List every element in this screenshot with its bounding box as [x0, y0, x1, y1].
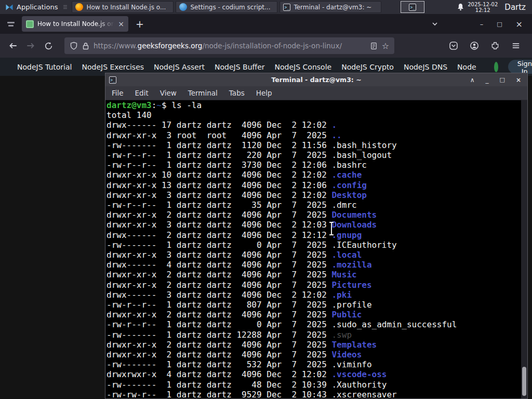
menu-hamburger-icon[interactable] — [511, 41, 521, 50]
terminal-line: -rw-rw-r-- 1 dartz dartz 9529 Dec 2 10:4… — [107, 390, 527, 398]
workspace-pager[interactable]: >_ — [401, 1, 424, 13]
shade-icon[interactable]: ∧ — [470, 76, 475, 84]
nav-link[interactable]: NodeJS Exercises — [82, 63, 144, 71]
terminal-line: drwx------ 3 dartz dartz 4096 Dec 2 12:0… — [107, 290, 527, 300]
terminal-line: drwxr-xr-x 2 dartz dartz 4096 Apr 7 2025… — [107, 280, 527, 290]
terminal-line: drwxrwxr-x 4 dartz dartz 4096 Dec 2 12:0… — [107, 369, 527, 379]
firefox-view-icon[interactable] — [4, 17, 18, 31]
terminal-line: -rw-r--r-- 1 dartz dartz 220 Apr 7 2025 … — [107, 150, 527, 160]
terminal-line: drwx------ 2 dartz dartz 4096 Dec 2 12:1… — [107, 230, 527, 240]
new-tab-button[interactable]: + — [132, 18, 147, 30]
applications-label: Applications — [17, 3, 58, 11]
reader-view-icon[interactable] — [370, 42, 378, 50]
terminal-line: -rw------- 1 dartz dartz 1120 Dec 2 11:5… — [107, 140, 527, 150]
mouse-cursor-ibeam — [328, 222, 335, 235]
bookmark-star-icon[interactable]: ☆ — [382, 41, 389, 51]
shield-icon[interactable] — [70, 42, 78, 50]
list-all-tabs-icon[interactable] — [431, 20, 438, 28]
window-controls: – □ × — [431, 19, 528, 29]
nav-link[interactable]: NodeJS Assert — [154, 63, 205, 71]
url-host: geeksforgeeks.org — [138, 42, 203, 50]
extensions-icon[interactable] — [490, 41, 500, 50]
tab-close-icon[interactable]: × — [118, 20, 124, 28]
panel-user-label[interactable]: Dartz — [504, 3, 526, 12]
geeksforgeeks-favicon — [26, 20, 34, 28]
terminal-menu-tabs[interactable]: Tabs — [229, 89, 245, 97]
taskbar-window-title: Terminal - dartz@vm3: ~ — [294, 4, 371, 11]
back-icon — [8, 41, 18, 50]
url-path: /node-js/installation-of-node-js-on-linu… — [202, 42, 342, 50]
nav-link[interactable]: NodeJS DNS — [404, 63, 447, 71]
taskbar-window-title: Settings - codium script... — [190, 4, 270, 11]
terminal-scrollbar-thumb[interactable] — [522, 367, 526, 396]
applications-menu-button[interactable]: Applications — [3, 0, 60, 14]
terminal-menu-terminal[interactable]: Terminal — [188, 89, 218, 97]
taskbar-window-button[interactable]: Settings - codium script... — [176, 1, 277, 13]
applications-icon — [5, 3, 14, 11]
terminal-line: -rw------- 1 dartz dartz 0 Apr 7 2025 .I… — [107, 240, 527, 250]
terminal-title-bar[interactable]: >_ Terminal - dartz@vm3: ~ ∧ _ □ × — [105, 73, 527, 86]
notification-bell-icon[interactable] — [456, 3, 465, 11]
back-button[interactable] — [5, 38, 21, 54]
forward-icon — [26, 41, 35, 50]
tab-bar: How to Install Node.js on × + – □ × — [0, 14, 532, 34]
terminal-line: -rw-r--r-- 1 dartz dartz 3730 Dec 2 12:0… — [107, 160, 527, 170]
pocket-icon[interactable] — [449, 41, 458, 50]
firefox-icon — [75, 3, 83, 11]
url-bar[interactable]: https://www.geeksforgeeks.org/node-js/in… — [64, 37, 394, 54]
terminal-output[interactable]: dartz@vm3:~$ ls -latotal 140drwx------ 1… — [105, 100, 527, 398]
terminal-menu-file[interactable]: File — [112, 89, 124, 97]
terminal-line: drwxr-xr-x 13 dartz dartz 4096 Dec 2 12:… — [107, 180, 527, 190]
account-icon[interactable] — [470, 41, 479, 50]
geeksforgeeks-logo[interactable] — [494, 62, 498, 72]
navigation-toolbar: https://www.geeksforgeeks.org/node-js/in… — [0, 34, 532, 58]
url-text: https://www.geeksforgeeks.org/node-js/in… — [94, 42, 366, 50]
terminal-content: dartz@vm3:~$ ls -latotal 140drwx------ 1… — [105, 100, 527, 398]
terminal-scrollbar[interactable] — [521, 100, 527, 398]
terminal-line: dartz@vm3:~$ ls -la — [107, 100, 527, 110]
url-scheme: https://www. — [94, 42, 138, 50]
terminal-mini-icon: >_ — [409, 4, 416, 11]
terminal-window-controls: ∧ _ □ × — [470, 76, 527, 84]
nav-link[interactable]: NodeJS Crypto — [341, 63, 394, 71]
terminal-line: drwxr-xr-x 2 dartz dartz 4096 Apr 7 2025… — [107, 210, 527, 220]
terminal-menu-edit[interactable]: Edit — [135, 89, 149, 97]
clock-time: 12:12 — [468, 7, 498, 13]
nav-link[interactable]: NodeJS Buffer — [215, 63, 265, 71]
minimize-icon[interactable]: – — [480, 20, 484, 28]
close-icon[interactable]: × — [516, 19, 523, 29]
reload-button[interactable] — [41, 38, 56, 54]
taskbar-window-button[interactable]: How to Install Node.js o... — [72, 1, 174, 13]
terminal-window-title: Terminal - dartz@vm3: ~ — [105, 76, 527, 84]
site-nav-links: NodeJS TutorialNodeJS ExercisesNodeJS As… — [17, 63, 476, 71]
minimize-icon[interactable]: _ — [486, 76, 489, 84]
clock-date: 2025-12-02 — [468, 2, 498, 7]
terminal-line: -rw-r--r-- 1 dartz dartz 35 Apr 7 2025 .… — [107, 200, 527, 210]
terminal-line: drwxr-xr-x 2 dartz dartz 4096 Apr 7 2025… — [107, 340, 527, 350]
nav-link[interactable]: Node — [457, 63, 476, 71]
sign-in-button[interactable]: Sign In — [508, 60, 532, 74]
terminal-icon: >_ — [283, 4, 290, 11]
terminal-menu-help[interactable]: Help — [256, 89, 272, 97]
terminal-line: drwxr-xr-x 3 dartz dartz 4096 Apr 7 2025… — [107, 250, 527, 260]
terminal-line: drwxr-xr-x 2 dartz dartz 4096 Apr 7 2025… — [107, 270, 527, 280]
close-icon[interactable]: × — [516, 76, 521, 84]
taskbar-window-button[interactable]: >_Terminal - dartz@vm3: ~ — [280, 1, 381, 13]
reload-icon — [44, 42, 53, 50]
terminal-line: drwxr-xr-x 3 root root 4096 Apr 7 2025 .… — [107, 130, 527, 140]
panel-clock[interactable]: 2025-12-02 12:12 — [468, 2, 498, 13]
terminal-menu-bar: FileEditViewTerminalTabsHelp — [105, 86, 527, 100]
nav-link[interactable]: NodeJS Tutorial — [17, 63, 72, 71]
forward-button[interactable] — [23, 38, 38, 54]
toolbar-right-icons — [449, 41, 527, 50]
lock-icon[interactable] — [82, 42, 89, 50]
maximize-icon[interactable]: □ — [500, 76, 505, 84]
terminal-line: -rw------- 1 dartz dartz 48 Dec 2 10:39 … — [107, 380, 527, 390]
terminal-line: drwxr-xr-x 10 dartz dartz 4096 Dec 2 12:… — [107, 170, 527, 180]
nav-link[interactable]: NodeJS Console — [275, 63, 332, 71]
terminal-line: total 140 — [107, 110, 527, 120]
active-tab[interactable]: How to Install Node.js on × — [22, 16, 128, 32]
maximize-icon[interactable]: □ — [497, 21, 502, 28]
terminal-menu-view[interactable]: View — [160, 89, 177, 97]
terminal-line: -rw------- 1 dartz dartz 12288 Apr 7 202… — [107, 330, 527, 340]
